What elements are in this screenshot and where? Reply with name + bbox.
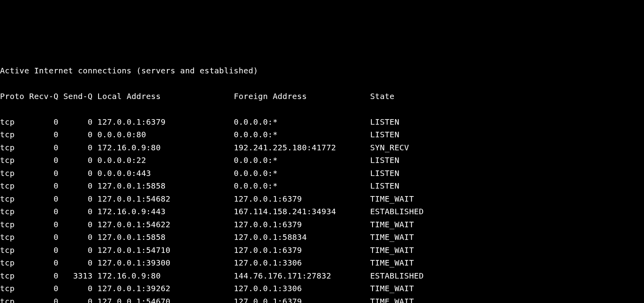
cell-recvq: 0 — [24, 168, 58, 178]
cell-foreign: 127.0.0.1:3306 — [234, 258, 370, 267]
cell-state: TIME_WAIT — [370, 232, 414, 242]
cell-proto: tcp — [0, 220, 24, 229]
cell-sendq: 0 — [58, 245, 92, 255]
cell-state: TIME_WAIT — [370, 297, 414, 303]
table-row: tcp 0 0 0.0.0.0:443 0.0.0.0:* LISTEN — [0, 167, 644, 180]
cell-local: 0.0.0.0:22 — [97, 155, 234, 165]
table-row: tcp 0 0 127.0.0.1:6379 0.0.0.0:* LISTEN — [0, 116, 644, 129]
cell-state: LISTEN — [370, 168, 399, 178]
cell-local: 127.0.0.1:6379 — [97, 117, 234, 127]
cell-state: ESTABLISHED — [370, 271, 424, 281]
cell-sendq: 3313 — [58, 271, 92, 281]
cell-foreign: 127.0.0.1:58834 — [234, 232, 370, 242]
cell-proto: tcp — [0, 245, 24, 255]
cell-foreign: 144.76.176.171:27832 — [234, 271, 370, 281]
netstat-rows: tcp 0 0 127.0.0.1:6379 0.0.0.0:* LISTENt… — [0, 116, 644, 303]
terminal-output: Active Internet connections (servers and… — [0, 51, 644, 303]
cell-proto: tcp — [0, 297, 24, 303]
cell-sendq: 0 — [58, 284, 92, 293]
table-row: tcp 0 0 127.0.0.1:54682 127.0.0.1:6379 T… — [0, 193, 644, 206]
cell-recvq: 0 — [24, 181, 58, 191]
cell-foreign: 0.0.0.0:* — [234, 155, 370, 165]
cell-recvq: 0 — [24, 143, 58, 152]
cell-recvq: 0 — [24, 207, 58, 216]
cell-state: ESTABLISHED — [370, 207, 424, 216]
cell-sendq: 0 — [58, 297, 92, 303]
cell-recvq: 0 — [24, 155, 58, 165]
cell-recvq: 0 — [24, 284, 58, 293]
cell-state: TIME_WAIT — [370, 258, 414, 267]
cell-foreign: 0.0.0.0:* — [234, 130, 370, 139]
table-row: tcp 0 0 127.0.0.1:54670 127.0.0.1:6379 T… — [0, 295, 644, 303]
cell-local: 127.0.0.1:39262 — [97, 284, 234, 293]
cell-sendq: 0 — [58, 181, 92, 191]
cell-recvq: 0 — [24, 258, 58, 267]
cell-state: LISTEN — [370, 130, 399, 139]
cell-sendq: 0 — [58, 194, 92, 204]
col-local: Local Address — [97, 92, 161, 101]
cell-proto: tcp — [0, 168, 24, 178]
cell-local: 127.0.0.1:5858 — [97, 232, 234, 242]
cell-proto: tcp — [0, 258, 24, 267]
col-foreign: Foreign Address — [234, 92, 307, 101]
cell-recvq: 0 — [24, 220, 58, 229]
table-row: tcp 0 0 172.16.0.9:80 192.241.225.180:41… — [0, 141, 644, 154]
cell-local: 172.16.0.9:80 — [97, 143, 234, 152]
cell-sendq: 0 — [58, 258, 92, 267]
cell-sendq: 0 — [58, 207, 92, 216]
cell-foreign: 127.0.0.1:6379 — [234, 297, 370, 303]
cell-recvq: 0 — [24, 245, 58, 255]
cell-foreign: 0.0.0.0:* — [234, 168, 370, 178]
cell-sendq: 0 — [58, 130, 92, 139]
cell-state: TIME_WAIT — [370, 220, 414, 229]
cell-recvq: 0 — [24, 130, 58, 139]
cell-foreign: 167.114.158.241:34934 — [234, 207, 370, 216]
cell-local: 0.0.0.0:443 — [97, 168, 234, 178]
col-sendq: Send-Q — [63, 92, 92, 101]
table-row: tcp 0 0 127.0.0.1:54710 127.0.0.1:6379 T… — [0, 244, 644, 257]
cell-recvq: 0 — [24, 232, 58, 242]
cell-sendq: 0 — [58, 143, 92, 152]
netstat-title: Active Internet connections (servers and… — [0, 64, 644, 77]
cell-local: 172.16.0.9:443 — [97, 207, 234, 216]
cell-state: LISTEN — [370, 117, 399, 127]
table-row: tcp 0 3313 172.16.0.9:80 144.76.176.171:… — [0, 269, 644, 282]
cell-proto: tcp — [0, 194, 24, 204]
cell-local: 0.0.0.0:80 — [97, 130, 234, 139]
cell-sendq: 0 — [58, 155, 92, 165]
col-proto: Proto — [0, 92, 24, 101]
cell-recvq: 0 — [24, 271, 58, 281]
cell-sendq: 0 — [58, 168, 92, 178]
cell-proto: tcp — [0, 155, 24, 165]
cell-proto: tcp — [0, 284, 24, 293]
table-row: tcp 0 0 127.0.0.1:39262 127.0.0.1:3306 T… — [0, 282, 644, 295]
cell-proto: tcp — [0, 232, 24, 242]
cell-proto: tcp — [0, 207, 24, 216]
cell-sendq: 0 — [58, 232, 92, 242]
cell-local: 127.0.0.1:39300 — [97, 258, 234, 267]
cell-proto: tcp — [0, 271, 24, 281]
cell-recvq: 0 — [24, 194, 58, 204]
cell-local: 127.0.0.1:54710 — [97, 245, 234, 255]
cell-state: TIME_WAIT — [370, 245, 414, 255]
cell-proto: tcp — [0, 143, 24, 152]
cell-proto: tcp — [0, 130, 24, 139]
table-row: tcp 0 0 127.0.0.1:54622 127.0.0.1:6379 T… — [0, 218, 644, 231]
cell-state: TIME_WAIT — [370, 284, 414, 293]
cell-foreign: 127.0.0.1:6379 — [234, 245, 370, 255]
cell-foreign: 0.0.0.0:* — [234, 181, 370, 191]
table-row: tcp 0 0 127.0.0.1:39300 127.0.0.1:3306 T… — [0, 256, 644, 269]
cell-foreign: 127.0.0.1:3306 — [234, 284, 370, 293]
cell-state: LISTEN — [370, 155, 399, 165]
cell-recvq: 0 — [24, 297, 58, 303]
table-row: tcp 0 0 0.0.0.0:80 0.0.0.0:* LISTEN — [0, 128, 644, 141]
cell-foreign: 192.241.225.180:41772 — [234, 143, 370, 152]
cell-state: SYN_RECV — [370, 143, 409, 152]
cell-state: LISTEN — [370, 181, 399, 191]
netstat-header: Proto Recv-Q Send-Q Local Address Foreig… — [0, 90, 644, 103]
cell-local: 127.0.0.1:54670 — [97, 297, 234, 303]
cell-sendq: 0 — [58, 117, 92, 127]
cell-local: 127.0.0.1:54682 — [97, 194, 234, 204]
cell-foreign: 127.0.0.1:6379 — [234, 194, 370, 204]
cell-foreign: 127.0.0.1:6379 — [234, 220, 370, 229]
